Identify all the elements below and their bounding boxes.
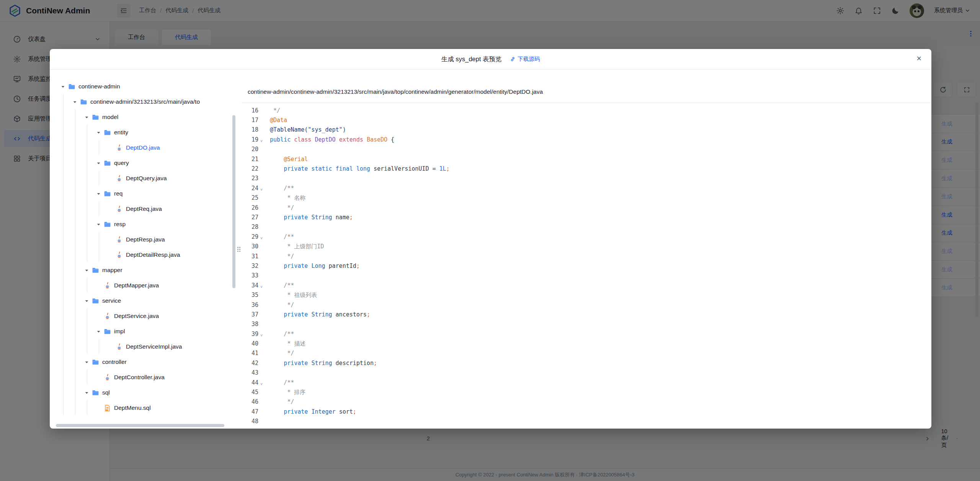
tree-node-continew-admin[interactable]: continew-admin [50, 79, 236, 94]
tree-node-sql[interactable]: sql [50, 385, 236, 400]
drag-handle-icon [237, 247, 240, 252]
tree-node-DeptDO.java[interactable]: DeptDO.java [50, 140, 236, 155]
code-line: 45 * 排序 [242, 387, 931, 397]
line-number: 17 [242, 117, 258, 124]
tree-indent-guide [72, 201, 83, 217]
tree-node-DeptMenu.sql[interactable]: DeptMenu.sql [50, 400, 236, 416]
sql-file-icon [103, 404, 111, 412]
fold-arrow-icon[interactable]: v [258, 282, 265, 289]
fold-spacer [258, 372, 265, 374]
code-line: 26 */ [242, 203, 931, 212]
tree-node-label: sql [102, 389, 110, 396]
tree-node-DeptController.java[interactable]: DeptController.java [50, 370, 236, 385]
tree-indent-guide [60, 247, 72, 263]
tree-node-service[interactable]: service [50, 293, 236, 308]
code-text: private Long parentId; [265, 263, 360, 269]
fold-spacer [258, 255, 265, 258]
caret-down-icon[interactable] [83, 298, 90, 304]
fold-arrow-icon[interactable]: v [258, 234, 265, 240]
tree-indent-guide [83, 232, 95, 247]
line-number: 42 [242, 360, 258, 367]
tree-node-continew-admin/3213213/src/main/java/to[interactable]: continew-admin/3213213/src/main/java/to [50, 94, 236, 109]
code-text: * 描述 [265, 340, 305, 347]
tree-vertical-scrollbar[interactable] [232, 115, 235, 288]
caret-down-icon[interactable] [72, 99, 78, 105]
caret-down-icon[interactable] [83, 267, 90, 274]
fold-spacer [258, 216, 265, 218]
code-text: /** [265, 282, 294, 289]
panel-splitter[interactable] [236, 70, 242, 429]
code-text: private String ancestors; [265, 311, 370, 318]
caret-down-icon[interactable] [83, 359, 90, 365]
tree-node-mapper[interactable]: mapper [50, 263, 236, 278]
java-file-icon [115, 174, 123, 183]
line-number: 31 [242, 253, 258, 260]
tree-indent-guide [60, 140, 72, 155]
close-icon[interactable]: × [916, 54, 921, 63]
tree-node-label: req [114, 190, 122, 197]
tree-indent-guide [60, 171, 72, 186]
tree-indent-guide [95, 201, 107, 217]
code-line: 41 */ [242, 349, 931, 358]
java-file-icon [115, 144, 123, 152]
fold-arrow-icon[interactable]: v [258, 185, 265, 191]
line-number: 39 [242, 331, 258, 338]
tree-horizontal-scrollbar[interactable] [56, 424, 224, 427]
tree-indent-guide [60, 354, 72, 370]
fold-spacer [258, 265, 265, 267]
caret-down-icon[interactable] [95, 129, 102, 136]
tree-node-DeptReq.java[interactable]: DeptReq.java [50, 201, 236, 217]
java-file-icon [103, 312, 111, 320]
code-text: /** [265, 331, 294, 338]
tree-node-entity[interactable]: entity [50, 125, 236, 140]
tree-node-resp[interactable]: resp [50, 217, 236, 232]
download-source-link[interactable]: 下载源码 [510, 55, 540, 63]
code-text: /** [265, 379, 294, 386]
tree-node-DeptQuery.java[interactable]: DeptQuery.java [50, 171, 236, 186]
code-text: * 排序 [265, 389, 305, 396]
tree-indent-guide [72, 171, 83, 186]
caret-down-icon[interactable] [95, 191, 102, 197]
tree-node-DeptDetailResp.java[interactable]: DeptDetailResp.java [50, 247, 236, 263]
tree-indent-guide [72, 354, 83, 370]
tree-node-query[interactable]: query [50, 155, 236, 171]
folder-icon [103, 159, 111, 167]
tree-indent-guide [95, 232, 107, 247]
caret-down-icon[interactable] [60, 83, 66, 90]
code-line: 25 * 名称 [242, 193, 931, 203]
code-line: 23 [242, 174, 931, 183]
line-number: 32 [242, 263, 258, 269]
tree-node-DeptService.java[interactable]: DeptService.java [50, 308, 236, 324]
caret-down-icon[interactable] [83, 114, 90, 121]
tree-indent-guide [60, 125, 72, 140]
code-editor[interactable]: 16 */17@Data18@TableName("sys_dept")19vp… [242, 103, 931, 429]
fold-spacer [258, 401, 265, 403]
tree-node-req[interactable]: req [50, 186, 236, 201]
caret-down-icon[interactable] [95, 160, 102, 166]
tree-node-label: mapper [102, 267, 122, 274]
tree-node-label: impl [114, 328, 125, 335]
tree-node-impl[interactable]: impl [50, 324, 236, 339]
fold-spacer [258, 168, 265, 170]
caret-down-icon[interactable] [95, 221, 102, 228]
tree-node-controller[interactable]: controller [50, 354, 236, 370]
fold-spacer [258, 177, 265, 179]
tree-node-model[interactable]: model [50, 109, 236, 125]
fold-arrow-icon[interactable]: v [258, 137, 265, 143]
code-text: /** [265, 185, 294, 192]
line-number: 27 [242, 214, 258, 221]
tree-indent-guide [83, 339, 95, 354]
tree-node-DeptMapper.java[interactable]: DeptMapper.java [50, 278, 236, 293]
caret-down-icon[interactable] [83, 390, 90, 396]
code-line: 40 * 描述 [242, 339, 931, 348]
fold-arrow-icon[interactable]: v [258, 380, 265, 386]
code-line: 48 [242, 417, 931, 426]
folder-icon [91, 297, 100, 305]
tree-indent-guide [72, 278, 83, 293]
tree-node-DeptResp.java[interactable]: DeptResp.java [50, 232, 236, 247]
tree-node-label: controller [102, 359, 127, 365]
caret-down-icon[interactable] [95, 328, 102, 335]
tree-node-label: DeptDO.java [126, 144, 160, 151]
fold-arrow-icon[interactable]: v [258, 331, 265, 337]
tree-node-DeptServiceImpl.java[interactable]: DeptServiceImpl.java [50, 339, 236, 354]
